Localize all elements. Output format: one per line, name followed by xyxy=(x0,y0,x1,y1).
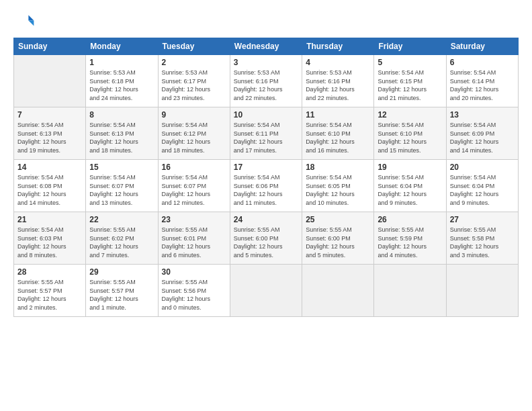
calendar-cell xyxy=(14,55,86,107)
calendar-table: SundayMondayTuesdayWednesdayThursdayFrid… xyxy=(13,38,519,317)
calendar-cell: 23Sunrise: 5:55 AM Sunset: 6:01 PM Dayli… xyxy=(158,212,230,265)
day-number: 6 xyxy=(450,58,515,67)
calendar-cell: 29Sunrise: 5:55 AM Sunset: 5:57 PM Dayli… xyxy=(86,265,158,317)
day-info: Sunrise: 5:55 AM Sunset: 5:57 PM Dayligh… xyxy=(89,278,154,312)
day-header-sunday: Sunday xyxy=(14,38,86,55)
calendar-cell: 9Sunrise: 5:54 AM Sunset: 6:12 PM Daylig… xyxy=(158,107,230,160)
day-info: Sunrise: 5:54 AM Sunset: 6:11 PM Dayligh… xyxy=(234,121,298,154)
day-info: Sunrise: 5:55 AM Sunset: 6:00 PM Dayligh… xyxy=(234,226,298,259)
week-row-3: 14Sunrise: 5:54 AM Sunset: 6:08 PM Dayli… xyxy=(14,160,519,212)
day-info: Sunrise: 5:55 AM Sunset: 5:59 PM Dayligh… xyxy=(378,226,442,259)
calendar-body: 1Sunrise: 5:53 AM Sunset: 6:18 PM Daylig… xyxy=(14,55,519,317)
week-row-2: 7Sunrise: 5:54 AM Sunset: 6:13 PM Daylig… xyxy=(14,107,519,160)
calendar-cell: 25Sunrise: 5:55 AM Sunset: 6:00 PM Dayli… xyxy=(302,212,374,265)
day-number: 4 xyxy=(306,58,370,67)
calendar-cell: 28Sunrise: 5:55 AM Sunset: 5:57 PM Dayli… xyxy=(14,265,86,317)
day-number: 12 xyxy=(378,110,442,120)
day-number: 5 xyxy=(378,58,442,67)
week-row-5: 28Sunrise: 5:55 AM Sunset: 5:57 PM Dayli… xyxy=(14,265,519,317)
day-info: Sunrise: 5:54 AM Sunset: 6:10 PM Dayligh… xyxy=(306,121,370,154)
day-info: Sunrise: 5:54 AM Sunset: 6:03 PM Dayligh… xyxy=(17,226,82,259)
calendar-cell: 24Sunrise: 5:55 AM Sunset: 6:00 PM Dayli… xyxy=(230,212,302,265)
day-info: Sunrise: 5:54 AM Sunset: 6:14 PM Dayligh… xyxy=(450,68,515,102)
day-info: Sunrise: 5:54 AM Sunset: 6:09 PM Dayligh… xyxy=(450,121,515,154)
calendar-cell: 2Sunrise: 5:53 AM Sunset: 6:17 PM Daylig… xyxy=(158,55,230,107)
day-number: 30 xyxy=(162,267,226,277)
calendar-cell: 4Sunrise: 5:53 AM Sunset: 6:16 PM Daylig… xyxy=(302,55,374,107)
day-number: 8 xyxy=(89,110,154,120)
calendar-cell: 7Sunrise: 5:54 AM Sunset: 6:13 PM Daylig… xyxy=(14,107,86,160)
day-info: Sunrise: 5:54 AM Sunset: 6:06 PM Dayligh… xyxy=(234,173,298,207)
day-info: Sunrise: 5:53 AM Sunset: 6:16 PM Dayligh… xyxy=(234,68,298,102)
day-number: 29 xyxy=(89,267,154,277)
day-number: 10 xyxy=(234,110,298,120)
calendar-cell: 19Sunrise: 5:54 AM Sunset: 6:04 PM Dayli… xyxy=(374,160,446,212)
day-info: Sunrise: 5:55 AM Sunset: 5:56 PM Dayligh… xyxy=(162,278,226,312)
calendar-cell: 22Sunrise: 5:55 AM Sunset: 6:02 PM Dayli… xyxy=(86,212,158,265)
day-header-saturday: Saturday xyxy=(446,38,518,55)
day-info: Sunrise: 5:54 AM Sunset: 6:05 PM Dayligh… xyxy=(306,173,370,207)
calendar-cell: 10Sunrise: 5:54 AM Sunset: 6:11 PM Dayli… xyxy=(230,107,302,160)
calendar-cell: 11Sunrise: 5:54 AM Sunset: 6:10 PM Dayli… xyxy=(302,107,374,160)
day-number: 11 xyxy=(306,110,370,120)
day-number: 18 xyxy=(306,163,370,172)
calendar-cell: 1Sunrise: 5:53 AM Sunset: 6:18 PM Daylig… xyxy=(86,55,158,107)
logo-icon xyxy=(13,11,35,32)
calendar-cell: 12Sunrise: 5:54 AM Sunset: 6:10 PM Dayli… xyxy=(374,107,446,160)
calendar-cell: 8Sunrise: 5:54 AM Sunset: 6:13 PM Daylig… xyxy=(86,107,158,160)
day-header-thursday: Thursday xyxy=(302,38,374,55)
day-number: 17 xyxy=(234,163,298,172)
svg-marker-0 xyxy=(28,15,34,20)
calendar-cell: 13Sunrise: 5:54 AM Sunset: 6:09 PM Dayli… xyxy=(446,107,518,160)
header-row: SundayMondayTuesdayWednesdayThursdayFrid… xyxy=(14,38,519,55)
calendar-cell: 27Sunrise: 5:55 AM Sunset: 5:58 PM Dayli… xyxy=(446,212,518,265)
calendar-cell: 14Sunrise: 5:54 AM Sunset: 6:08 PM Dayli… xyxy=(14,160,86,212)
calendar-cell: 17Sunrise: 5:54 AM Sunset: 6:06 PM Dayli… xyxy=(230,160,302,212)
calendar-cell: 30Sunrise: 5:55 AM Sunset: 5:56 PM Dayli… xyxy=(158,265,230,317)
day-info: Sunrise: 5:54 AM Sunset: 6:04 PM Dayligh… xyxy=(378,173,442,207)
day-number: 23 xyxy=(162,215,226,224)
day-header-monday: Monday xyxy=(86,38,158,55)
day-info: Sunrise: 5:54 AM Sunset: 6:10 PM Dayligh… xyxy=(378,121,442,154)
day-info: Sunrise: 5:54 AM Sunset: 6:13 PM Dayligh… xyxy=(89,121,154,154)
day-number: 16 xyxy=(162,163,226,172)
day-info: Sunrise: 5:55 AM Sunset: 5:57 PM Dayligh… xyxy=(17,278,82,312)
calendar-cell: 5Sunrise: 5:54 AM Sunset: 6:15 PM Daylig… xyxy=(374,55,446,107)
day-number: 2 xyxy=(162,58,226,67)
calendar-cell xyxy=(446,265,518,317)
calendar-cell: 6Sunrise: 5:54 AM Sunset: 6:14 PM Daylig… xyxy=(446,55,518,107)
day-number: 15 xyxy=(89,163,154,172)
day-number: 13 xyxy=(450,110,515,120)
day-number: 21 xyxy=(17,215,82,224)
day-number: 26 xyxy=(378,215,442,224)
calendar-header: SundayMondayTuesdayWednesdayThursdayFrid… xyxy=(14,38,519,55)
day-number: 9 xyxy=(162,110,226,120)
day-info: Sunrise: 5:54 AM Sunset: 6:15 PM Dayligh… xyxy=(378,68,442,102)
week-row-4: 21Sunrise: 5:54 AM Sunset: 6:03 PM Dayli… xyxy=(14,212,519,265)
day-info: Sunrise: 5:54 AM Sunset: 6:13 PM Dayligh… xyxy=(17,121,82,154)
day-number: 24 xyxy=(234,215,298,224)
calendar-cell: 18Sunrise: 5:54 AM Sunset: 6:05 PM Dayli… xyxy=(302,160,374,212)
day-header-friday: Friday xyxy=(374,38,446,55)
logo xyxy=(13,11,38,32)
calendar-cell xyxy=(230,265,302,317)
day-number: 28 xyxy=(17,267,82,277)
day-number: 22 xyxy=(89,215,154,224)
calendar-cell: 16Sunrise: 5:54 AM Sunset: 6:07 PM Dayli… xyxy=(158,160,230,212)
svg-marker-1 xyxy=(28,20,34,26)
day-info: Sunrise: 5:53 AM Sunset: 6:16 PM Dayligh… xyxy=(306,68,370,102)
calendar-cell: 15Sunrise: 5:54 AM Sunset: 6:07 PM Dayli… xyxy=(86,160,158,212)
day-info: Sunrise: 5:54 AM Sunset: 6:08 PM Dayligh… xyxy=(17,173,82,207)
calendar-cell: 20Sunrise: 5:54 AM Sunset: 6:04 PM Dayli… xyxy=(446,160,518,212)
day-header-tuesday: Tuesday xyxy=(158,38,230,55)
day-header-wednesday: Wednesday xyxy=(230,38,302,55)
day-number: 7 xyxy=(17,110,82,120)
day-info: Sunrise: 5:54 AM Sunset: 6:07 PM Dayligh… xyxy=(162,173,226,207)
day-info: Sunrise: 5:55 AM Sunset: 6:00 PM Dayligh… xyxy=(306,226,370,259)
calendar-cell: 3Sunrise: 5:53 AM Sunset: 6:16 PM Daylig… xyxy=(230,55,302,107)
day-number: 20 xyxy=(450,163,515,172)
header xyxy=(13,11,519,32)
day-number: 25 xyxy=(306,215,370,224)
day-info: Sunrise: 5:55 AM Sunset: 5:58 PM Dayligh… xyxy=(450,226,515,259)
day-info: Sunrise: 5:54 AM Sunset: 6:07 PM Dayligh… xyxy=(89,173,154,207)
